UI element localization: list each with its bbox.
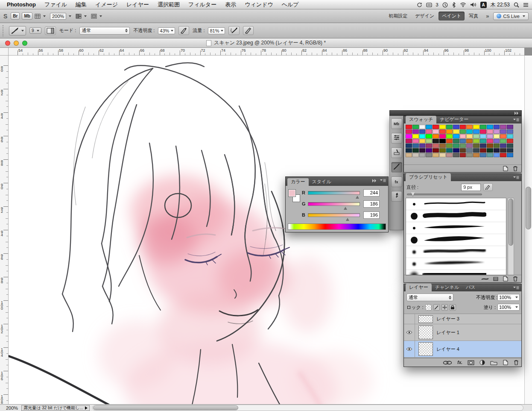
swatch[interactable] [419,134,426,138]
notification-list-icon[interactable] [523,3,529,7]
tab-channels[interactable]: チャンネル [432,284,462,291]
swatch[interactable] [426,125,432,129]
swatch[interactable] [439,129,446,134]
layer-row[interactable]: レイヤー 3 [404,314,521,324]
lock-position-icon[interactable] [441,304,448,311]
swatch[interactable] [460,134,466,138]
menu-item[interactable]: 表示 [221,1,240,9]
swatch[interactable] [446,144,453,148]
adjustment-layer-icon[interactable] [479,360,485,365]
document-title-bar[interactable]: スキャン 23.jpeg @ 200% (レイヤー 4, RGB/8) * [0,38,532,48]
swatch[interactable] [494,153,500,157]
dock-icon-tool-kit[interactable] [391,191,402,202]
channel-slider-thumb[interactable] [346,218,349,221]
swatch[interactable] [494,139,500,143]
menu-item[interactable]: フィルター [184,1,221,9]
workspace-button[interactable]: ペイント [438,12,465,21]
horizontal-scrollbar-thumb[interactable] [93,405,238,410]
vertical-scrollbar[interactable] [524,56,532,404]
swatch[interactable] [460,129,466,134]
channel-slider[interactable] [308,202,360,206]
swatch[interactable] [446,129,453,134]
keyboard-icon[interactable] [426,3,432,7]
new-group-icon[interactable] [490,360,497,365]
collapse-icon[interactable] [372,179,377,182]
swatch[interactable] [507,129,513,134]
swatch[interactable] [433,139,439,143]
swatch[interactable] [460,139,466,143]
menu-item[interactable]: 選択範囲 [153,1,184,9]
vertical-ruler[interactable]: 8 08 28 48 68 89 09 29 49 69 81 0 01 0 2… [0,56,9,404]
swatch[interactable] [412,153,419,157]
channel-slider-thumb[interactable] [356,196,359,199]
status-message-box[interactable]: 露光量は 32 bit だけで機能し... [21,405,90,411]
trash-icon[interactable] [513,276,518,282]
swatch[interactable] [494,144,500,148]
foreground-color-swatch[interactable] [288,189,296,197]
swatch[interactable] [487,144,493,148]
swatch[interactable] [433,125,439,129]
swatch[interactable] [466,153,473,157]
brush-preset-row[interactable] [406,234,506,246]
swatch[interactable] [460,144,466,148]
vertical-scrollbar-thumb[interactable] [526,187,531,229]
swatch[interactable] [406,134,412,138]
swatch[interactable] [453,139,459,143]
size-pressure-toggle[interactable] [483,183,493,191]
zoom-window-button[interactable] [22,41,27,46]
minimize-button[interactable] [14,41,19,46]
swatch[interactable] [487,153,493,157]
swatch[interactable] [466,129,473,134]
dock-icon-layer-styles[interactable]: fx [391,176,402,187]
layer-thumbnail[interactable] [418,342,433,356]
dock-icon-adjustments[interactable] [391,133,402,144]
tool-preset-picker[interactable] [9,26,26,35]
swatch[interactable] [412,139,419,143]
swatch[interactable] [439,153,446,157]
airbrush-button[interactable] [228,26,240,35]
swatch[interactable] [433,148,439,153]
arrange-documents-button[interactable] [76,14,87,19]
swatch[interactable] [466,125,473,129]
swatch[interactable] [507,144,513,148]
layer-visibility-toggle[interactable] [404,314,415,324]
swatch[interactable] [453,125,459,129]
menu-item[interactable]: 編集 [71,1,91,9]
new-brush-icon[interactable] [503,276,509,282]
swatch[interactable] [466,148,473,153]
swatch[interactable] [473,148,479,153]
channel-slider-thumb[interactable] [344,207,347,210]
channel-value-field[interactable]: 196 [363,211,380,219]
swatch[interactable] [460,125,466,129]
link-layers-icon[interactable] [443,361,452,365]
swatch[interactable] [487,139,493,143]
layer-name[interactable]: レイヤー 4 [436,346,459,352]
swatch[interactable] [494,134,500,138]
flow-field[interactable]: 81% [208,27,225,34]
swatch[interactable] [419,144,426,148]
swatch[interactable] [406,153,412,157]
diameter-slider[interactable] [407,194,482,195]
channel-slider[interactable] [308,191,360,195]
swatch[interactable] [466,144,473,148]
swatch[interactable] [439,125,446,129]
volume-icon[interactable] [470,2,476,7]
swatch[interactable] [426,129,432,134]
channel-value-field[interactable]: 186 [363,200,380,208]
brush-list-scrollbar-thumb[interactable] [509,199,513,246]
swatch[interactable] [439,148,446,153]
swatch[interactable] [426,139,432,143]
swatch[interactable] [446,139,453,143]
swatch[interactable] [426,153,432,157]
bluetooth-icon[interactable] [452,2,456,8]
layer-visibility-toggle[interactable] [404,341,415,357]
swatch[interactable] [433,134,439,138]
brush-list-scrollbar[interactable] [508,198,514,276]
view-extras-button[interactable] [35,14,46,19]
layer-style-icon[interactable]: fx. [457,360,462,365]
cs-live-button[interactable]: CS Live [493,12,529,20]
swatch[interactable] [480,125,486,129]
collapse-icon[interactable] [514,112,519,115]
diameter-slider-thumb[interactable] [411,192,415,196]
options-bar-grip[interactable] [3,25,5,36]
